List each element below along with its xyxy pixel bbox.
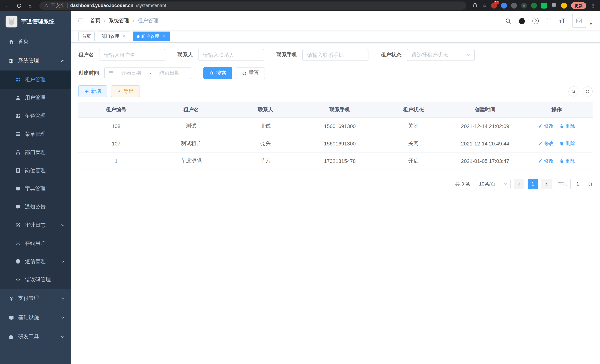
security-label[interactable]: 不安全 bbox=[51, 2, 65, 9]
sidebar-item-payment[interactable]: ¥ 支付管理 bbox=[0, 289, 71, 308]
sidebar-item-user[interactable]: 用户管理 bbox=[0, 89, 71, 107]
cell-created: 2021-01-05 17:03:47 bbox=[450, 152, 521, 169]
browser-back-icon[interactable]: ← bbox=[4, 2, 11, 9]
avatar-caret-icon[interactable]: ▾ bbox=[590, 22, 592, 28]
help-icon[interactable]: ? bbox=[533, 18, 539, 24]
user-avatar[interactable] bbox=[572, 14, 586, 28]
extension-icon-4[interactable] bbox=[521, 3, 527, 9]
broadcast-icon bbox=[15, 241, 21, 246]
goto-page-input[interactable] bbox=[570, 179, 585, 189]
breadcrumb-system[interactable]: 系统管理 bbox=[109, 18, 130, 24]
extension-icon-1[interactable]: 10 bbox=[491, 3, 497, 9]
sidebar-item-dict[interactable]: 字典管理 bbox=[0, 180, 71, 198]
cell-phone: 15601691300 bbox=[303, 135, 377, 152]
extension-icon-6[interactable] bbox=[541, 3, 547, 9]
browser-profile-avatar[interactable] bbox=[561, 3, 567, 9]
sidebar-item-tenant[interactable]: 租户管理 bbox=[0, 71, 71, 89]
tenant-name-input[interactable] bbox=[99, 49, 165, 61]
edit-button[interactable]: 修改 bbox=[538, 158, 554, 164]
sidebar-item-label: 基础设施 bbox=[18, 314, 39, 321]
sidebar-item-dev-tools[interactable]: 研发工具 bbox=[0, 327, 71, 346]
sidebar-item-label: 审计日志 bbox=[25, 222, 46, 228]
browser-home-icon[interactable]: ⌂ bbox=[27, 2, 33, 9]
extension-icon-5[interactable] bbox=[531, 3, 537, 9]
chevron-down-icon bbox=[60, 335, 65, 339]
export-button[interactable]: 导出 bbox=[111, 85, 140, 97]
page-number-button[interactable]: 1 bbox=[528, 179, 538, 189]
start-date-placeholder: 开始日期 bbox=[113, 70, 149, 76]
add-button[interactable]: 新增 bbox=[78, 85, 107, 97]
sidebar-item-dept[interactable]: 部门管理 bbox=[0, 143, 71, 161]
breadcrumb-home[interactable]: 首页 bbox=[90, 18, 101, 24]
prev-page-button[interactable]: ‹ bbox=[514, 179, 524, 189]
sidebar-collapse-icon[interactable] bbox=[77, 17, 84, 24]
bookmark-star-icon[interactable]: ☆ bbox=[482, 3, 487, 9]
chrome-update-button[interactable]: 更新 bbox=[571, 2, 586, 9]
search-icon bbox=[209, 71, 214, 75]
reset-button[interactable]: 重置 bbox=[236, 67, 265, 79]
sidebar-item-system[interactable]: 系统管理 bbox=[0, 51, 71, 71]
reset-icon bbox=[242, 71, 247, 75]
tab-home[interactable]: 首页 bbox=[78, 32, 95, 41]
sidebar-item-home[interactable]: 首页 bbox=[0, 32, 71, 51]
security-warning-icon: ⚠ bbox=[44, 3, 48, 8]
cell-tenant-id: 108 bbox=[78, 117, 154, 135]
shield-icon bbox=[15, 259, 21, 264]
browser-menu-icon[interactable]: ⋮ bbox=[590, 3, 596, 9]
fullscreen-icon[interactable] bbox=[546, 18, 552, 24]
extension-icon-3[interactable] bbox=[511, 3, 517, 9]
sidebar-item-error-code[interactable]: 错误码管理 bbox=[0, 271, 71, 289]
sidebar-item-post[interactable]: 岗位管理 bbox=[0, 161, 71, 180]
github-icon[interactable] bbox=[518, 17, 525, 24]
extensions-puzzle-icon[interactable] bbox=[551, 2, 557, 9]
sidebar-item-online-users[interactable]: 在线用户 bbox=[0, 234, 71, 252]
sidebar-item-role[interactable]: 角色管理 bbox=[0, 107, 71, 125]
extension-icon-2[interactable] bbox=[501, 3, 507, 9]
font-size-icon[interactable]: TT bbox=[559, 18, 565, 24]
tab-tenant[interactable]: 租户管理 × bbox=[133, 32, 170, 41]
tab-dept[interactable]: 部门管理 × bbox=[98, 32, 130, 41]
delete-button[interactable]: 删除 bbox=[560, 123, 575, 129]
page-content: 租户名 联系人 联系手机 租户状态 请选择租户状态 bbox=[71, 43, 600, 364]
share-icon[interactable] bbox=[473, 2, 478, 9]
sidebar-item-label: 在线用户 bbox=[25, 240, 46, 247]
sidebar-logo[interactable]: 芋道管理系统 bbox=[0, 11, 71, 32]
toggle-search-button[interactable] bbox=[568, 86, 579, 96]
page-size-select[interactable]: 10条/页 bbox=[475, 179, 511, 189]
cell-contact: 测试 bbox=[228, 117, 302, 135]
contact-input[interactable] bbox=[198, 49, 264, 61]
sidebar-item-menu[interactable]: 菜单管理 bbox=[0, 125, 71, 143]
tab-close-icon[interactable]: × bbox=[161, 34, 167, 39]
header-search-icon[interactable] bbox=[505, 18, 511, 24]
create-time-label: 创建时间 bbox=[78, 70, 99, 76]
filter-status: 租户状态 请选择租户状态 bbox=[381, 49, 475, 61]
table-row: 107 测试租户 秃头 15601691300 关闭 2021-12-14 20… bbox=[78, 135, 593, 152]
delete-label: 删除 bbox=[565, 123, 575, 129]
sidebar-item-notice[interactable]: 通知公告 bbox=[0, 198, 71, 216]
refresh-table-button[interactable] bbox=[582, 86, 593, 96]
gear-icon bbox=[9, 58, 14, 64]
col-contact: 联系人 bbox=[228, 103, 302, 117]
breadcrumb: 首页 / 系统管理 / 租户管理 bbox=[90, 18, 159, 24]
col-actions: 操作 bbox=[521, 103, 593, 117]
browser-refresh-icon[interactable] bbox=[16, 2, 22, 9]
search-button[interactable]: 搜索 bbox=[203, 67, 232, 79]
breadcrumb-current: 租户管理 bbox=[138, 18, 159, 24]
edit-button[interactable]: 修改 bbox=[538, 140, 554, 147]
sidebar-item-audit-log[interactable]: 审计日志 bbox=[0, 216, 71, 234]
date-range-picker[interactable]: 开始日期 - 结束日期 bbox=[104, 67, 191, 79]
sidebar-item-label: 研发工具 bbox=[18, 334, 39, 340]
next-page-button[interactable]: › bbox=[541, 179, 552, 189]
cell-tenant-id: 107 bbox=[78, 135, 154, 152]
url-bar[interactable]: ⚠ 不安全 dashboard.yudao.iocoder.cn/system/… bbox=[39, 1, 467, 10]
phone-input[interactable] bbox=[302, 49, 368, 61]
book-icon bbox=[15, 186, 21, 191]
delete-button[interactable]: 删除 bbox=[560, 140, 575, 147]
sidebar-item-infrastructure[interactable]: 基础设施 bbox=[0, 308, 71, 327]
tab-close-icon[interactable]: × bbox=[121, 34, 127, 39]
sidebar-item-sms[interactable]: 短信管理 bbox=[0, 252, 71, 271]
status-select[interactable]: 请选择租户状态 bbox=[407, 49, 475, 61]
refresh-icon bbox=[585, 89, 590, 94]
delete-button[interactable]: 删除 bbox=[560, 158, 575, 164]
edit-button[interactable]: 修改 bbox=[538, 123, 554, 129]
